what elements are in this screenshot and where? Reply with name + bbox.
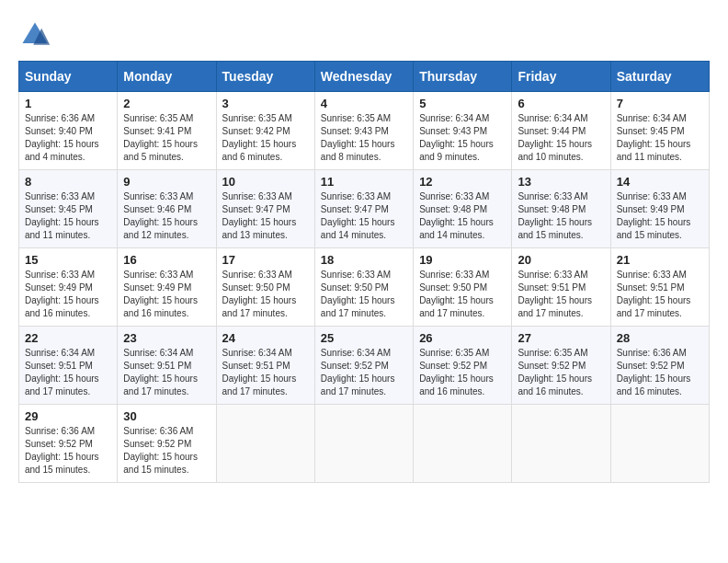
logo [18, 18, 55, 52]
day-info: Sunrise: 6:34 AM Sunset: 9:43 PM Dayligh… [419, 112, 506, 164]
day-info: Sunrise: 6:33 AM Sunset: 9:47 PM Dayligh… [222, 190, 309, 242]
day-number: 15 [25, 253, 111, 267]
column-header-thursday: Thursday [414, 62, 512, 92]
calendar-cell: 25Sunrise: 6:34 AM Sunset: 9:52 PM Dayli… [314, 327, 413, 405]
calendar-cell: 11Sunrise: 6:33 AM Sunset: 9:47 PM Dayli… [314, 170, 413, 248]
day-number: 27 [518, 331, 604, 345]
day-info: Sunrise: 6:35 AM Sunset: 9:52 PM Dayligh… [419, 347, 506, 398]
calendar-cell: 27Sunrise: 6:35 AM Sunset: 9:52 PM Dayli… [512, 327, 610, 405]
day-number: 28 [617, 331, 703, 345]
day-info: Sunrise: 6:34 AM Sunset: 9:45 PM Dayligh… [617, 112, 703, 164]
day-number: 16 [123, 253, 210, 267]
day-number: 17 [222, 253, 309, 267]
week-row-5: 29Sunrise: 6:36 AM Sunset: 9:52 PM Dayli… [19, 405, 710, 483]
day-info: Sunrise: 6:33 AM Sunset: 9:47 PM Dayligh… [321, 190, 407, 242]
column-header-wednesday: Wednesday [314, 62, 413, 92]
calendar-cell: 19Sunrise: 6:33 AM Sunset: 9:50 PM Dayli… [414, 248, 512, 327]
day-number: 18 [321, 253, 407, 267]
calendar-cell: 4Sunrise: 6:35 AM Sunset: 9:43 PM Daylig… [314, 92, 413, 170]
day-info: Sunrise: 6:36 AM Sunset: 9:52 PM Dayligh… [25, 425, 111, 477]
calendar-cell: 13Sunrise: 6:33 AM Sunset: 9:48 PM Dayli… [512, 170, 610, 248]
day-number: 12 [419, 175, 506, 189]
day-info: Sunrise: 6:35 AM Sunset: 9:43 PM Dayligh… [321, 112, 407, 164]
day-info: Sunrise: 6:36 AM Sunset: 9:40 PM Dayligh… [25, 112, 111, 164]
day-info: Sunrise: 6:33 AM Sunset: 9:50 PM Dayligh… [222, 269, 309, 320]
calendar-cell: 24Sunrise: 6:34 AM Sunset: 9:51 PM Dayli… [216, 327, 314, 405]
day-info: Sunrise: 6:34 AM Sunset: 9:51 PM Dayligh… [222, 347, 309, 398]
day-number: 22 [25, 331, 111, 345]
day-info: Sunrise: 6:36 AM Sunset: 9:52 PM Dayligh… [617, 347, 703, 398]
calendar-cell: 21Sunrise: 6:33 AM Sunset: 9:51 PM Dayli… [610, 248, 709, 327]
day-number: 9 [123, 175, 210, 189]
day-number: 10 [222, 175, 309, 189]
calendar-cell: 9Sunrise: 6:33 AM Sunset: 9:46 PM Daylig… [118, 170, 216, 248]
calendar-cell [512, 405, 610, 483]
week-row-3: 15Sunrise: 6:33 AM Sunset: 9:49 PM Dayli… [19, 248, 710, 327]
day-info: Sunrise: 6:34 AM Sunset: 9:44 PM Dayligh… [518, 112, 604, 164]
day-number: 23 [123, 331, 210, 345]
day-number: 11 [321, 175, 407, 189]
calendar-cell: 8Sunrise: 6:33 AM Sunset: 9:45 PM Daylig… [19, 170, 118, 248]
calendar-cell: 2Sunrise: 6:35 AM Sunset: 9:41 PM Daylig… [118, 92, 216, 170]
column-header-tuesday: Tuesday [216, 62, 314, 92]
column-header-sunday: Sunday [19, 62, 118, 92]
calendar-cell: 3Sunrise: 6:35 AM Sunset: 9:42 PM Daylig… [216, 92, 314, 170]
calendar-cell [314, 405, 413, 483]
header-row: SundayMondayTuesdayWednesdayThursdayFrid… [19, 62, 710, 92]
day-number: 2 [123, 97, 210, 110]
week-row-2: 8Sunrise: 6:33 AM Sunset: 9:45 PM Daylig… [19, 170, 710, 248]
day-number: 6 [518, 97, 604, 110]
day-info: Sunrise: 6:35 AM Sunset: 9:52 PM Dayligh… [518, 347, 604, 398]
day-info: Sunrise: 6:33 AM Sunset: 9:48 PM Dayligh… [419, 190, 506, 242]
day-number: 19 [419, 253, 506, 267]
week-row-4: 22Sunrise: 6:34 AM Sunset: 9:51 PM Dayli… [19, 327, 710, 405]
day-info: Sunrise: 6:34 AM Sunset: 9:52 PM Dayligh… [321, 347, 407, 398]
day-info: Sunrise: 6:36 AM Sunset: 9:52 PM Dayligh… [123, 425, 210, 477]
calendar-cell: 14Sunrise: 6:33 AM Sunset: 9:49 PM Dayli… [610, 170, 709, 248]
calendar-cell: 20Sunrise: 6:33 AM Sunset: 9:51 PM Dayli… [512, 248, 610, 327]
day-info: Sunrise: 6:33 AM Sunset: 9:45 PM Dayligh… [25, 190, 111, 242]
day-number: 29 [25, 409, 111, 423]
day-number: 21 [617, 253, 703, 267]
calendar-cell: 7Sunrise: 6:34 AM Sunset: 9:45 PM Daylig… [610, 92, 709, 170]
calendar-cell: 22Sunrise: 6:34 AM Sunset: 9:51 PM Dayli… [19, 327, 118, 405]
day-info: Sunrise: 6:33 AM Sunset: 9:50 PM Dayligh… [321, 269, 407, 320]
day-number: 30 [123, 409, 210, 423]
day-number: 25 [321, 331, 407, 345]
day-number: 13 [518, 175, 604, 189]
day-number: 26 [419, 331, 506, 345]
calendar-cell [414, 405, 512, 483]
day-info: Sunrise: 6:34 AM Sunset: 9:51 PM Dayligh… [123, 347, 210, 398]
day-info: Sunrise: 6:33 AM Sunset: 9:46 PM Dayligh… [123, 190, 210, 242]
calendar-cell: 16Sunrise: 6:33 AM Sunset: 9:49 PM Dayli… [118, 248, 216, 327]
page-header [18, 18, 710, 52]
column-header-friday: Friday [512, 62, 610, 92]
column-header-saturday: Saturday [610, 62, 709, 92]
day-info: Sunrise: 6:35 AM Sunset: 9:42 PM Dayligh… [222, 112, 309, 164]
calendar-cell: 29Sunrise: 6:36 AM Sunset: 9:52 PM Dayli… [19, 405, 118, 483]
day-number: 14 [617, 175, 703, 189]
calendar-cell: 26Sunrise: 6:35 AM Sunset: 9:52 PM Dayli… [414, 327, 512, 405]
day-number: 4 [321, 97, 407, 110]
week-row-1: 1Sunrise: 6:36 AM Sunset: 9:40 PM Daylig… [19, 92, 710, 170]
calendar-cell: 12Sunrise: 6:33 AM Sunset: 9:48 PM Dayli… [414, 170, 512, 248]
calendar-cell: 6Sunrise: 6:34 AM Sunset: 9:44 PM Daylig… [512, 92, 610, 170]
day-info: Sunrise: 6:33 AM Sunset: 9:51 PM Dayligh… [617, 269, 703, 320]
calendar-cell: 15Sunrise: 6:33 AM Sunset: 9:49 PM Dayli… [19, 248, 118, 327]
calendar-cell: 5Sunrise: 6:34 AM Sunset: 9:43 PM Daylig… [414, 92, 512, 170]
calendar-cell: 1Sunrise: 6:36 AM Sunset: 9:40 PM Daylig… [19, 92, 118, 170]
calendar-cell: 18Sunrise: 6:33 AM Sunset: 9:50 PM Dayli… [314, 248, 413, 327]
day-number: 5 [419, 97, 506, 110]
day-info: Sunrise: 6:33 AM Sunset: 9:49 PM Dayligh… [25, 269, 111, 320]
calendar-cell [216, 405, 314, 483]
calendar-cell: 28Sunrise: 6:36 AM Sunset: 9:52 PM Dayli… [610, 327, 709, 405]
calendar-cell [610, 405, 709, 483]
day-number: 3 [222, 97, 309, 110]
logo-icon [18, 18, 51, 52]
column-header-monday: Monday [118, 62, 216, 92]
day-info: Sunrise: 6:33 AM Sunset: 9:49 PM Dayligh… [123, 269, 210, 320]
calendar-cell: 30Sunrise: 6:36 AM Sunset: 9:52 PM Dayli… [118, 405, 216, 483]
day-number: 1 [25, 97, 111, 110]
day-info: Sunrise: 6:33 AM Sunset: 9:51 PM Dayligh… [518, 269, 604, 320]
calendar-cell: 10Sunrise: 6:33 AM Sunset: 9:47 PM Dayli… [216, 170, 314, 248]
